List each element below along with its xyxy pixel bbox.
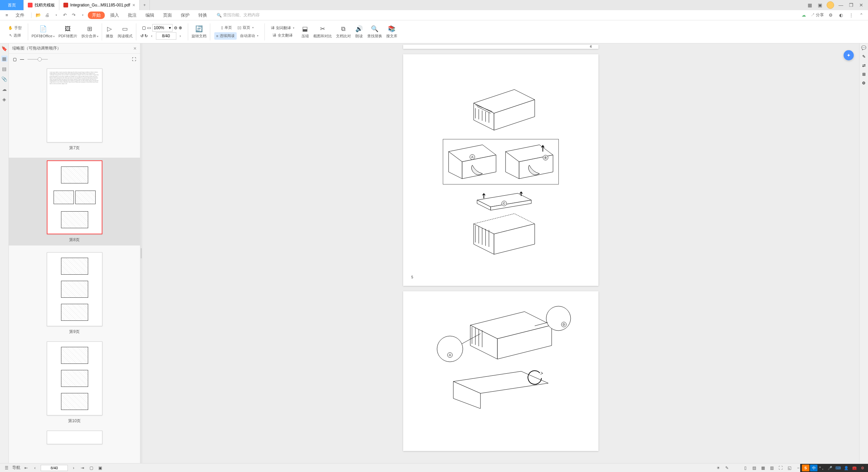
window-maximize-button[interactable]: ❐ (848, 2, 854, 8)
read-mode-button[interactable]: ▭阅读模式 (116, 24, 135, 39)
page-number-input[interactable] (156, 32, 176, 40)
prev-page-button[interactable]: ‹ (149, 33, 155, 39)
redo-dropdown[interactable] (79, 12, 86, 19)
rotate-left-icon[interactable]: ↺ (140, 34, 144, 38)
next-page-button[interactable]: › (177, 33, 184, 39)
zoom-actual-icon[interactable]: ▣ (97, 465, 103, 471)
outline-icon[interactable]: ▤ (1, 66, 7, 72)
thumbnail-page-partial[interactable] (47, 431, 102, 444)
view-double-icon[interactable]: ▦ (760, 465, 766, 471)
thumb-zoom-out-icon[interactable]: ▢ (13, 57, 17, 62)
select-tool-button[interactable]: ↖选择 (7, 32, 23, 39)
menu-convert[interactable]: 转换 (195, 12, 211, 18)
full-translate-button[interactable]: 译全文翻译 (271, 32, 295, 39)
read-aloud-button[interactable]: 🔊朗读 (353, 24, 365, 39)
undo-icon[interactable]: ↶ (61, 12, 68, 19)
word-translate-button[interactable]: 译划词翻译 (269, 24, 296, 32)
attachment-icon[interactable]: 📎 (1, 76, 7, 82)
double-page-button[interactable]: ▯▯双页 (235, 24, 256, 32)
open-icon[interactable]: 📂 (35, 12, 42, 19)
menu-annotate[interactable]: 批注 (124, 12, 140, 18)
thumbnail-close-button[interactable]: ✕ (133, 46, 137, 51)
pdf-to-image-button[interactable]: 🖼PDF转图片 (57, 24, 79, 39)
ai-assistant-button[interactable]: ✦ (844, 50, 854, 60)
fit-icon[interactable]: ◱ (786, 465, 792, 471)
fit-width-icon[interactable]: ▭ (147, 25, 151, 30)
thumbnail-item[interactable] (9, 431, 140, 444)
thumbnails-icon[interactable]: ▦ (1, 56, 7, 62)
ime-toolbox-icon[interactable]: 🧰 (851, 465, 858, 471)
thumbnail-item[interactable]: 第9页 (9, 252, 140, 335)
zoom-in-icon[interactable]: ⊕ (179, 25, 182, 30)
layers-icon[interactable]: ◈ (1, 96, 7, 102)
sogou-ime-icon[interactable]: S (802, 465, 809, 471)
find-replace-button[interactable]: 🔍查找替换 (365, 24, 384, 39)
more-tools-icon[interactable]: ⊞ (862, 72, 866, 77)
marker-icon[interactable]: ✎ (724, 465, 730, 471)
collapse-ribbon-icon[interactable]: ⌃ (858, 12, 865, 19)
share-button[interactable]: ↗ 分享 (811, 12, 824, 18)
skin-icon[interactable]: ◐ (837, 12, 844, 19)
layout-icon[interactable]: ▦ (806, 2, 813, 8)
fullscreen-icon[interactable]: ⛶ (777, 465, 784, 471)
new-tab-button[interactable]: + (140, 0, 150, 10)
thumb-small-icon[interactable]: — (20, 57, 24, 62)
apps-icon[interactable]: ▣ (816, 2, 823, 8)
ime-lang-icon[interactable]: 中 (810, 465, 817, 471)
ime-keyboard-icon[interactable]: ⌨ (834, 465, 842, 471)
settings-icon[interactable]: ⚙ (862, 81, 866, 85)
split-merge-button[interactable]: ⊞拆分合并 (79, 24, 100, 39)
convert-icon[interactable]: ⇄ (862, 63, 866, 68)
hamburger-icon[interactable]: ≡ (3, 12, 10, 19)
zoom-fit-icon[interactable]: ▢ (88, 465, 94, 471)
slider-thumb[interactable] (38, 57, 42, 61)
thumbnail-page-7[interactable]: Lorem ipsum dolor sit amet consectetur a… (47, 68, 102, 142)
thumbnail-item[interactable]: 第8页 (9, 158, 140, 245)
thumbnail-item[interactable]: Lorem ipsum dolor sit amet consectetur a… (9, 68, 140, 151)
thumb-expand-icon[interactable]: ⛶ (132, 57, 136, 62)
thumbnail-item[interactable]: 第10页 (9, 341, 140, 424)
redo-icon[interactable]: ↷ (70, 12, 77, 19)
first-page-button[interactable]: ⇤ (23, 465, 29, 471)
menu-start[interactable]: 开始 (88, 12, 105, 19)
thumbnail-list[interactable]: Lorem ipsum dolor sit amet consectetur a… (9, 65, 140, 463)
tab-document[interactable]: Integration_Gu...M91185-001.pdf ✕ (59, 0, 140, 10)
status-page-input[interactable] (41, 465, 68, 471)
ime-person-icon[interactable]: 👤 (843, 465, 850, 471)
search-library-button[interactable]: 📚搜文库 (384, 24, 399, 39)
prev-page-button[interactable]: ‹ (32, 465, 38, 471)
avatar[interactable] (827, 1, 834, 9)
ime-settings-icon[interactable]: ⚙ (859, 465, 866, 471)
menu-edit[interactable]: 编辑 (142, 12, 158, 18)
edit-icon[interactable]: ✎ (862, 54, 866, 59)
window-close-button[interactable]: ✕ (858, 2, 865, 8)
cloud-icon[interactable]: ☁ (1, 86, 7, 92)
auto-scroll-button[interactable]: 自动滚动 (238, 32, 260, 40)
zoom-out-icon[interactable]: ⊖ (174, 25, 177, 30)
print-icon[interactable]: 🖨 (44, 12, 51, 19)
menu-page[interactable]: 页面 (160, 12, 175, 18)
fit-page-icon[interactable]: ▢ (142, 25, 146, 30)
gear-icon[interactable]: ⚙ (827, 12, 834, 19)
search-box[interactable]: 🔍 查找功能、文档内容 (217, 12, 260, 18)
more-icon[interactable]: ⋮ (848, 12, 854, 19)
play-button[interactable]: ▷播放 (103, 24, 116, 39)
zoom-combo[interactable]: 100%▾ (152, 24, 173, 32)
cloud-sync-icon[interactable]: ☁ (801, 12, 807, 19)
menu-protect[interactable]: 保护 (177, 12, 193, 18)
menu-file[interactable]: 文件 (12, 12, 28, 18)
thumbnail-page-10[interactable] (47, 341, 102, 415)
tab-home[interactable]: 首页 (0, 0, 24, 10)
view-single-icon[interactable]: ▯ (742, 465, 748, 471)
bookmark-icon[interactable]: 🔖 (1, 45, 7, 52)
thumbnail-page-8[interactable] (47, 160, 102, 234)
hand-tool-button[interactable]: ✋手型 (6, 24, 24, 32)
thumb-size-slider[interactable] (27, 59, 48, 60)
single-page-button[interactable]: ▯单页 (219, 24, 234, 32)
ime-punct-icon[interactable]: °， (818, 465, 826, 471)
nav-toggle-icon[interactable]: ☰ (3, 465, 9, 471)
thumbnail-page-9[interactable] (47, 252, 102, 326)
continuous-read-button[interactable]: ≡连续阅读 (214, 32, 237, 40)
rotate-doc-button[interactable]: 🔄旋转文档 (190, 24, 209, 39)
document-view[interactable]: 4 5 (142, 43, 859, 463)
